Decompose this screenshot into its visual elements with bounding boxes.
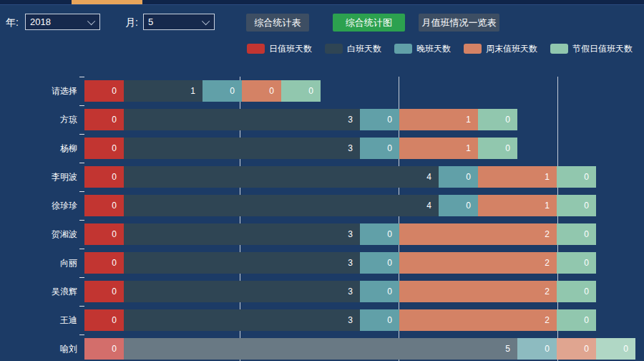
- y-axis-tick: [79, 249, 84, 249]
- bar-segment[interactable]: 0: [281, 80, 321, 102]
- bar-segment[interactable]: 0: [84, 338, 124, 360]
- bar-segment[interactable]: 2: [399, 309, 557, 331]
- y-axis-tick: [79, 306, 84, 307]
- segment-value-label: 3: [348, 258, 353, 268]
- bar-segment[interactable]: 0: [557, 223, 596, 245]
- bar-segment[interactable]: 0: [84, 166, 124, 188]
- segment-value-label: 0: [112, 315, 117, 325]
- segment-value-label: 3: [348, 229, 353, 239]
- segment-value-label: 0: [308, 86, 313, 96]
- category-label: 请选择: [0, 77, 77, 105]
- bar-segment[interactable]: 1: [478, 195, 557, 216]
- bar-segment[interactable]: 0: [360, 223, 399, 245]
- bar-segment[interactable]: 0: [84, 138, 124, 159]
- segment-value-label: 0: [545, 344, 550, 354]
- category-label: 李明波: [0, 163, 77, 191]
- y-axis-tick: [79, 277, 84, 278]
- segment-value-label: 0: [584, 201, 589, 211]
- segment-value-label: 0: [505, 143, 510, 153]
- bar-segment[interactable]: 3: [124, 309, 360, 331]
- bar-segment[interactable]: 0: [360, 309, 399, 331]
- bar-segment[interactable]: 1: [399, 138, 478, 159]
- segment-value-label: 0: [387, 115, 392, 125]
- category-label: 方琼: [0, 105, 77, 134]
- bar-segment[interactable]: 0: [439, 166, 478, 188]
- segment-value-label: 0: [584, 315, 589, 325]
- bar-segment[interactable]: 2: [399, 281, 557, 302]
- segment-value-label: 1: [545, 201, 550, 211]
- segment-value-label: 0: [387, 229, 392, 239]
- bar-segment[interactable]: 3: [124, 252, 360, 274]
- segment-value-label: 0: [112, 115, 117, 125]
- segment-value-label: 3: [348, 315, 353, 325]
- segment-value-label: 0: [584, 258, 589, 268]
- bar-segment[interactable]: 0: [360, 281, 399, 302]
- bar-segment[interactable]: 0: [557, 281, 596, 302]
- bar-row: 03020: [84, 281, 596, 302]
- bar-segment[interactable]: 0: [478, 138, 517, 159]
- bar-segment[interactable]: 0: [84, 223, 124, 245]
- bar-segment[interactable]: 2: [399, 252, 557, 274]
- bar-segment[interactable]: 0: [242, 80, 281, 102]
- segment-value-label: 4: [426, 201, 431, 211]
- y-axis-tick: [79, 77, 84, 77]
- y-axis-tick: [79, 220, 84, 221]
- bar-row: 01000: [84, 80, 321, 102]
- category-label: 喻刘: [0, 334, 77, 361]
- bar-segment[interactable]: 0: [84, 281, 124, 302]
- bar-segment[interactable]: 1: [478, 166, 557, 188]
- segment-value-label: 0: [112, 201, 117, 211]
- bar-segment[interactable]: 0: [439, 195, 478, 216]
- bar-row: 05000: [84, 338, 635, 360]
- bar-segment[interactable]: 0: [84, 109, 124, 130]
- bar-segment[interactable]: 0: [84, 80, 124, 102]
- segment-value-label: 3: [348, 115, 353, 125]
- bar-segment[interactable]: 0: [557, 195, 596, 216]
- bar-segment[interactable]: 0: [360, 109, 399, 130]
- bar-segment[interactable]: 1: [124, 80, 203, 102]
- bar-row: 04010: [84, 166, 596, 188]
- bar-segment[interactable]: 3: [124, 223, 360, 245]
- y-axis-tick: [79, 134, 84, 135]
- bar-segment[interactable]: 0: [596, 338, 635, 360]
- bar-segment[interactable]: 0: [360, 252, 399, 274]
- y-axis-tick: [79, 334, 84, 335]
- bar-row: 04010: [84, 195, 596, 216]
- bar-row: 03020: [84, 252, 596, 274]
- segment-value-label: 1: [466, 143, 471, 153]
- bar-segment[interactable]: 0: [557, 309, 596, 331]
- bar-segment[interactable]: 4: [124, 166, 439, 188]
- segment-value-label: 0: [387, 258, 392, 268]
- bar-segment[interactable]: 0: [557, 252, 596, 274]
- bar-segment[interactable]: 0: [84, 252, 124, 274]
- segment-value-label: 0: [112, 172, 117, 182]
- bar-segment[interactable]: 3: [124, 109, 360, 130]
- segment-value-label: 3: [348, 143, 353, 153]
- category-label: 徐珍珍: [0, 191, 77, 220]
- bar-segment[interactable]: 0: [517, 338, 557, 360]
- bar-segment[interactable]: 4: [124, 195, 439, 216]
- bar-segment[interactable]: 0: [557, 166, 596, 188]
- segment-value-label: 0: [505, 115, 510, 125]
- segment-value-label: 0: [230, 86, 235, 96]
- bar-segment[interactable]: 0: [360, 138, 399, 159]
- bar-segment[interactable]: 5: [124, 338, 517, 360]
- bar-segment[interactable]: 0: [478, 109, 517, 130]
- bar-segment[interactable]: 0: [557, 338, 596, 360]
- bar-segment[interactable]: 1: [399, 109, 478, 130]
- bar-segment[interactable]: 2: [399, 223, 557, 245]
- bar-segment[interactable]: 0: [84, 309, 124, 331]
- category-label: 贺湘波: [0, 220, 77, 249]
- segment-value-label: 0: [112, 86, 117, 96]
- segment-value-label: 0: [584, 344, 589, 354]
- bar-segment[interactable]: 3: [124, 138, 360, 159]
- segment-value-label: 3: [348, 287, 353, 297]
- bar-segment[interactable]: 0: [203, 80, 242, 102]
- bar-row: 03010: [84, 138, 517, 159]
- bar-segment[interactable]: 3: [124, 281, 360, 302]
- bar-segment[interactable]: 0: [84, 195, 124, 216]
- bar-row: 03010: [84, 109, 517, 130]
- segment-value-label: 0: [584, 287, 589, 297]
- category-label: 向丽: [0, 249, 77, 277]
- segment-value-label: 5: [505, 344, 510, 354]
